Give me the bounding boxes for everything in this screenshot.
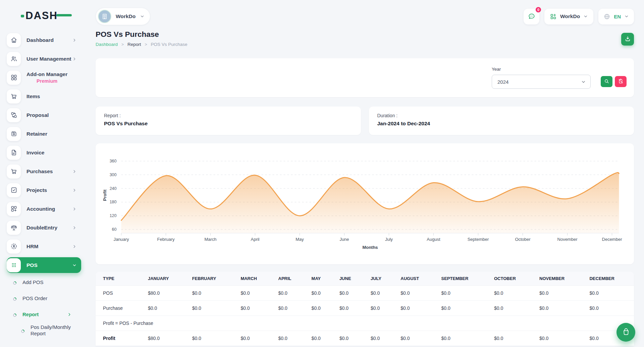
cell-value: $0.0 [235,286,273,301]
sidebar-subitem-add-pos[interactable]: Add POS [13,276,81,289]
chevron-down-icon [624,14,629,19]
language-selector[interactable]: EN [598,9,634,24]
chevron-right-icon [72,207,77,211]
sidebar-item-label: Retainer [26,131,47,137]
svg-text:October: October [515,237,531,242]
svg-text:300: 300 [110,172,117,177]
sidebar-item-label: DoubleEntry [26,224,57,231]
cell-value: $0.0 [306,331,334,346]
column-header-august: AUGUST [395,272,436,286]
sidebar-subitem-pos-order[interactable]: POS Order [13,292,81,305]
cell-value: $0.0 [395,301,436,316]
svg-text:60: 60 [112,227,117,232]
topbar: WorkDo 0 WorkDo EN [96,8,634,25]
cell-value: $0.0 [273,331,306,346]
reset-filter-button[interactable] [615,76,627,87]
bullet-circle-icon [13,280,17,284]
sidebar-item-pos[interactable]: POS [7,257,81,273]
language-label: EN [614,14,621,19]
svg-text:June: June [339,237,349,242]
column-header-january: JANUARY [143,272,187,286]
search-button[interactable] [601,76,612,87]
sidebar-item-doubleentry[interactable]: DoubleEntry [7,220,81,235]
cell-value: $0.0 [584,301,634,316]
cell-value: $0.0 [395,331,436,346]
bullet-circle-icon [21,329,25,333]
messages-button[interactable]: 0 [524,9,539,24]
page-title: POS Vs Purchase [96,30,187,39]
cell-value: $0.0 [365,286,395,301]
sidebar-item-items[interactable]: Items [7,88,81,104]
company-selector[interactable]: WorkDo [96,8,150,25]
sidebar-subitem-label: POS Order [22,295,47,302]
sidebar-item-hrm[interactable]: HRM [7,238,81,254]
sidebar-item-user-management[interactable]: User Management [7,51,81,67]
duration-label: Duration : [377,113,626,118]
breadcrumb-separator: > [145,42,147,47]
breadcrumb-dashboard[interactable]: Dashboard [96,42,118,47]
chevron-down-icon [72,263,77,268]
sidebar-subitem-pos-daily-monthly-report[interactable]: Pos Daily/Monthly Report [21,324,81,337]
cell-value: $0.0 [306,286,334,301]
row-type: Purchase [96,301,143,316]
premium-badge: Premium [26,78,67,84]
sidebar-item-accounting[interactable]: Accounting [7,201,81,217]
chevron-right-icon [72,244,77,249]
sidebar-item-retainer[interactable]: Retainer [7,126,81,142]
sidebar-item-label: POS [26,262,38,268]
report-value: POS Vs Purchase [104,121,353,127]
table-row-purchase: Purchase$0.0$0.0$0.0$0.0$0.0$0.0$0.0$0.0… [96,301,634,316]
sidebar-subitem-label: Add POS [22,279,44,286]
report-label: Report : [104,113,353,118]
report-table-card: TYPEJANUARYFEBRUARYMARCHAPRILMAYJUNEJULY… [96,272,634,346]
column-header-february: FEBRUARY [187,272,235,286]
sidebar-item-label: Add-on ManagerPremium [26,71,67,84]
sidebar-item-purchases[interactable]: Purchases [7,163,81,179]
sidebar-item-label: HRM [26,243,38,250]
logo-dot-icon [21,15,24,17]
cell-value: $0.0 [436,301,489,316]
sidebar-item-add-on-manager[interactable]: Add-on ManagerPremium [7,70,81,85]
column-header-type: TYPE [96,272,143,286]
home-icon [7,33,21,47]
cell-value: $0.0 [365,301,395,316]
cell-value: $0.0 [235,331,273,346]
cell-value: $0.0 [436,286,489,301]
sidebar-item-label: Invoice [26,149,44,156]
cell-value: $0.0 [489,331,534,346]
svg-text:May: May [296,237,304,242]
sidebar-item-projects[interactable]: Projects [7,182,81,198]
breadcrumb-report[interactable]: Report [127,42,141,47]
profit-area-chart: 36030024018012060JanuaryFebruaryMarchApr… [100,144,630,263]
table-row-pos: POS$80.0$0.0$0.0$0.0$0.0$0.0$0.0$0.0$0.0… [96,286,634,301]
svg-text:April: April [251,237,259,242]
logo-dash-icon [56,14,72,16]
year-select-value: 2024 [497,79,508,85]
download-button[interactable] [621,33,634,46]
accounting-icon [7,202,21,216]
sidebar-item-label: Items [26,93,40,99]
sidebar-item-dashboard[interactable]: Dashboard [7,32,81,48]
cell-value: $0.0 [334,301,365,316]
year-select[interactable]: 2024 [492,75,591,89]
users-icon [7,52,21,66]
cell-value: $0.0 [334,331,365,346]
cell-value: $0.0 [187,331,235,346]
sidebar-item-proposal[interactable]: Proposal [7,107,81,123]
cell-value: $0.0 [436,331,489,346]
dash-logo[interactable]: DASH [22,9,69,22]
sidebar-subitem-report[interactable]: Report [13,308,81,321]
sidebar-item-invoice[interactable]: Invoice [7,145,81,160]
retainer-icon [7,127,21,141]
cell-value: $0.0 [187,286,235,301]
cell-value: $0.0 [534,331,584,346]
profit-chart-card: 36030024018012060JanuaryFebruaryMarchApr… [96,143,634,264]
cart-icon [7,89,21,103]
column-header-october: OCTOBER [489,272,534,286]
workdo-apps-button[interactable]: WorkDo [544,9,593,24]
pos-vs-purchase-table: TYPEJANUARYFEBRUARYMARCHAPRILMAYJUNEJULY… [96,272,634,346]
pos-cart-fab[interactable] [616,323,635,342]
summary-cards: Report : POS Vs Purchase Duration : Jan-… [96,107,634,135]
svg-text:Profit: Profit [102,189,107,201]
svg-text:January: January [113,237,129,242]
